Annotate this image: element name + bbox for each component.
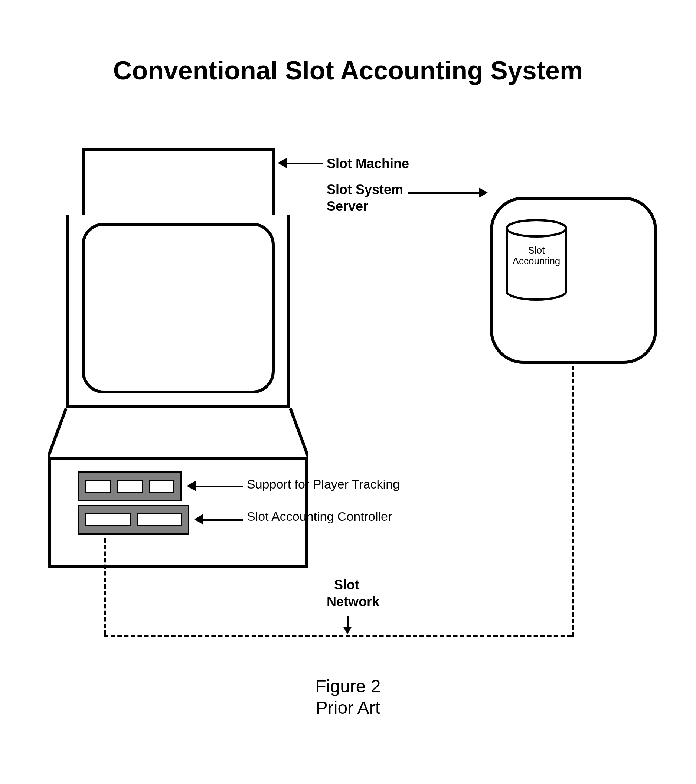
arrowhead-left-icon xyxy=(278,158,286,168)
arrow-line xyxy=(202,519,243,521)
chip-icon xyxy=(149,480,174,493)
figure-caption: Figure 2 Prior Art xyxy=(0,675,696,718)
label-server-line1: Slot System xyxy=(327,182,403,198)
network-line xyxy=(104,635,572,637)
db-label-line2: Accounting xyxy=(513,255,561,267)
db-label-line1: Slot xyxy=(528,245,545,256)
arrow-line xyxy=(347,616,349,628)
arrow-line xyxy=(408,192,479,194)
arrowhead-left-icon xyxy=(187,481,196,491)
network-line xyxy=(104,538,106,635)
diagram-title: Conventional Slot Accounting System xyxy=(0,56,696,86)
label-network-line2: Network xyxy=(327,594,379,609)
slot-machine-screen xyxy=(82,223,275,394)
svg-point-0 xyxy=(507,220,566,236)
player-tracking-board xyxy=(78,471,182,501)
chip-icon xyxy=(86,513,131,526)
arrow-line xyxy=(286,163,323,165)
figure-subcaption: Prior Art xyxy=(316,698,380,718)
label-server-line2: Server xyxy=(327,199,368,214)
figure-number: Figure 2 xyxy=(315,676,380,696)
controller-boards xyxy=(78,471,189,538)
chip-icon xyxy=(137,513,182,526)
label-slot-accounting-controller: Slot Accounting Controller xyxy=(247,509,392,524)
arrowhead-right-icon xyxy=(479,188,488,198)
chip-icon xyxy=(117,480,143,493)
label-slot-machine: Slot Machine xyxy=(327,156,409,171)
network-line xyxy=(572,366,574,637)
arrow-line xyxy=(195,486,243,488)
slot-machine-top xyxy=(82,148,275,215)
arrowhead-left-icon xyxy=(194,514,203,525)
arrowhead-down-icon xyxy=(343,627,352,634)
database-label: Slot Accounting xyxy=(505,245,568,266)
label-player-tracking: Support for Player Tracking xyxy=(247,477,400,491)
chip-icon xyxy=(86,480,111,493)
slot-accounting-board xyxy=(78,505,189,535)
label-network-line1: Slot xyxy=(334,577,359,593)
diagram-canvas: Conventional Slot Accounting System xyxy=(0,0,696,784)
